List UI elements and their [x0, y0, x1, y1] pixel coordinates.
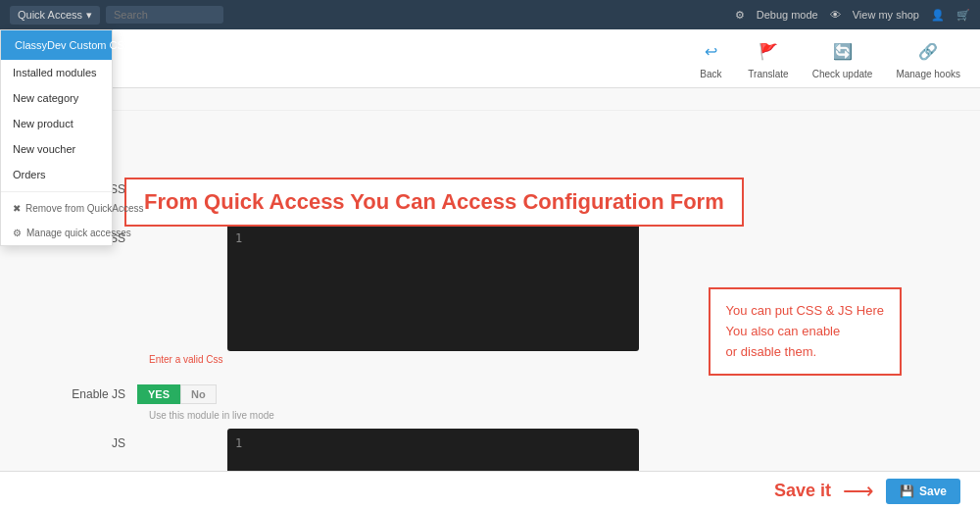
view-shop-link[interactable]: View my shop	[853, 9, 919, 21]
dropdown-item-classydev-label: ClassyDev Custom CSS and JS	[15, 39, 169, 51]
menu-divider	[1, 191, 112, 192]
second-nav: ↩ Back 🚩 Translate 🔄 Check update 🔗 Mana…	[0, 29, 980, 88]
tooltip-side-line1: You can put CSS & JS Here	[726, 301, 884, 322]
breadcrumb: Configure	[0, 88, 980, 111]
dropdown-item-orders-label: Orders	[13, 169, 46, 180]
css-editor[interactable]: 1	[227, 224, 639, 351]
back-label: Back	[700, 69, 721, 79]
manage-quick-accesses[interactable]: ⚙ Manage quick accesses	[1, 221, 112, 245]
quick-access-label: Quick Access	[18, 9, 82, 21]
manage-hooks-icon: 🔗	[914, 38, 942, 66]
debug-mode-link[interactable]: Debug mode	[757, 9, 818, 21]
dropdown-item-orders[interactable]: Orders	[1, 162, 112, 187]
tooltip-side: You can put CSS & JS Here You also can e…	[709, 287, 902, 376]
search-input[interactable]	[106, 6, 223, 24]
enable-js-yes-button[interactable]: YES	[137, 384, 180, 404]
css-line-number: 1	[235, 231, 242, 245]
dropdown-item-new-product[interactable]: New product	[1, 111, 112, 136]
css-code-content[interactable]	[252, 231, 259, 245]
manage-hooks-label: Manage hooks	[896, 69, 960, 79]
save-area: Save it ⟶ 💾 Save	[774, 479, 960, 504]
remove-from-quick-access-label: Remove from QuickAccess	[25, 203, 144, 214]
tooltip-main-text: From Quick Access You Can Access Configu…	[144, 189, 724, 214]
translate-icon: 🚩	[755, 38, 782, 66]
save-button-label: Save	[919, 484, 947, 498]
user-icon[interactable]: 👤	[931, 9, 945, 22]
save-bar: Save it ⟶ 💾 Save	[0, 471, 980, 510]
dropdown-item-new-product-label: New product	[13, 118, 74, 129]
enable-js-toggle: YES No	[137, 384, 217, 404]
tooltip-side-line2: You also can enable	[726, 322, 884, 342]
gear-icon-small: ⚙	[735, 9, 745, 22]
quick-access-button[interactable]: Quick Access ▾	[10, 6, 100, 25]
remove-from-quick-access[interactable]: ✖ Remove from QuickAccess	[1, 196, 112, 221]
arrow-right-icon: ⟶	[843, 479, 874, 504]
dropdown-item-new-voucher-label: New voucher	[13, 143, 75, 155]
back-icon: ↩	[697, 38, 724, 66]
check-update-action[interactable]: 🔄 Check update	[812, 38, 873, 79]
translate-label: Translate	[748, 69, 788, 79]
manage-hooks-action[interactable]: 🔗 Manage hooks	[896, 38, 960, 79]
eye-icon[interactable]: 👁	[830, 9, 841, 21]
enable-js-hint: Use this module in live mode	[149, 410, 921, 421]
check-update-label: Check update	[812, 69, 873, 79]
main-content: From Quick Access You Can Access Configu…	[0, 111, 980, 507]
debug-mode-label: Debug mode	[757, 9, 818, 21]
top-nav-left: Quick Access ▾	[10, 6, 223, 25]
js-line-number: 1	[235, 436, 242, 450]
save-label: Save it	[774, 481, 831, 501]
tooltip-side-line3: or disable them.	[726, 342, 884, 363]
chevron-down-icon: ▾	[86, 9, 92, 22]
dropdown-item-new-category-label: New category	[13, 92, 78, 104]
top-nav-right: ⚙ Debug mode 👁 View my shop 👤 🛒	[735, 9, 970, 22]
back-action[interactable]: ↩ Back	[697, 38, 724, 79]
dropdown-item-new-voucher[interactable]: New voucher	[1, 136, 112, 162]
save-button[interactable]: 💾 Save	[886, 479, 960, 504]
tooltip-main: From Quick Access You Can Access Configu…	[124, 178, 744, 227]
check-update-icon: 🔄	[829, 38, 857, 66]
enable-js-no-button[interactable]: No	[180, 384, 217, 404]
dropdown-item-installed-modules[interactable]: Installed modules	[1, 60, 112, 85]
dropdown-item-new-category[interactable]: New category	[1, 85, 112, 111]
dropdown-item-classydev[interactable]: ClassyDev Custom CSS and JS	[1, 30, 112, 60]
shopping-cart-icon[interactable]: 🛒	[956, 9, 970, 22]
translate-action[interactable]: 🚩 Translate	[748, 38, 788, 79]
js-code-content[interactable]	[252, 436, 259, 450]
minus-icon: ✖	[13, 203, 21, 214]
view-shop-label: View my shop	[853, 9, 919, 21]
enable-js-label: Enable JS	[59, 387, 137, 401]
manage-icon: ⚙	[13, 228, 22, 238]
dropdown-item-installed-modules-label: Installed modules	[13, 67, 97, 78]
enable-js-row: Enable JS YES No	[59, 384, 921, 404]
manage-quick-accesses-label: Manage quick accesses	[26, 228, 131, 238]
save-button-icon: 💾	[900, 484, 914, 498]
js-label: JS	[59, 429, 137, 450]
quick-access-dropdown: ClassyDev Custom CSS and JS Installed mo…	[0, 29, 113, 246]
top-nav: Quick Access ▾ ⚙ Debug mode 👁 View my sh…	[0, 0, 980, 29]
